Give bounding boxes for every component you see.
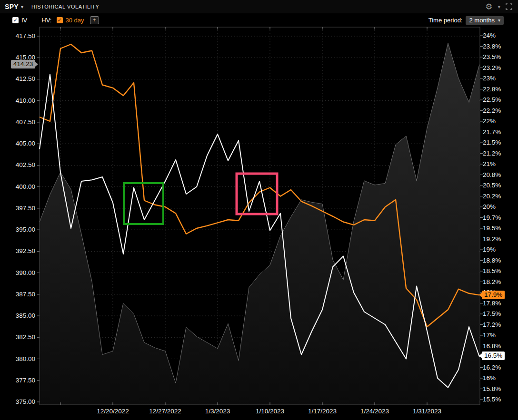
percent-axis-label: 21.2% — [483, 150, 501, 157]
percent-axis-label: 20% — [483, 203, 496, 211]
date-axis-label: 1/31/2023 — [403, 408, 451, 415]
price-axis-label: 417.50 — [6, 32, 35, 40]
percent-axis-label: 17.5% — [483, 310, 501, 318]
iv-value-bubble: 16.5% — [482, 352, 505, 360]
price-axis-label: 407.50 — [6, 118, 35, 126]
price-axis-label: 412.50 — [6, 75, 35, 83]
percent-axis-label: 22.2% — [483, 107, 501, 115]
price-axis-label: 377.50 — [6, 377, 35, 384]
percent-axis-label: 16% — [483, 374, 496, 382]
price-axis-label: 392.50 — [6, 247, 35, 255]
percent-axis-label: 17.8% — [483, 300, 501, 307]
percent-axis-label: 19.7% — [483, 214, 501, 222]
percent-axis-label: 16.2% — [483, 364, 501, 371]
price-axis-bubble: 414.23 — [11, 60, 35, 68]
percent-axis-label: 22.8% — [483, 86, 501, 93]
date-axis-label: 12/20/2022 — [89, 408, 137, 415]
bubble-pointer-icon — [479, 353, 482, 358]
percent-axis-label: 18.5% — [483, 267, 501, 275]
price-axis-label: 405.00 — [6, 140, 35, 147]
percent-axis-label: 19% — [483, 246, 496, 254]
percent-axis-label: 17.2% — [483, 321, 501, 329]
price-axis-label: 400.00 — [6, 183, 35, 191]
percent-axis-label: 16.8% — [483, 342, 501, 350]
percent-axis-label: 22% — [483, 117, 496, 125]
percent-axis-label: 24% — [483, 32, 496, 39]
hv-value-bubble: 17.9% — [482, 291, 505, 299]
price-axis-label: 390.00 — [6, 269, 35, 277]
price-axis-label: 380.00 — [6, 355, 35, 363]
price-axis-label: 382.50 — [6, 333, 35, 341]
price-area[interactable] — [40, 43, 479, 405]
percent-axis-label: 20.8% — [483, 171, 501, 179]
percent-axis-label: 18.8% — [483, 257, 501, 264]
date-axis-label: 1/17/2023 — [299, 408, 346, 415]
percent-axis-label: 19.2% — [483, 235, 501, 243]
percent-axis-label: 21.7% — [483, 128, 501, 136]
chart-canvas[interactable]: 417.50415.00412.50410.00407.50405.00402.… — [0, 0, 518, 420]
percent-axis-label: 20.2% — [483, 193, 501, 200]
percent-axis-label: 23.2% — [483, 64, 501, 72]
chart-window: SPY ▾ HISTORICAL VOLATILITY ⚙ ▾ ✓ IV HV:… — [0, 0, 518, 420]
percent-axis-label: 23.5% — [483, 53, 501, 61]
bubble-pointer-icon — [35, 62, 38, 67]
plot-svg — [0, 0, 518, 420]
percent-axis-label: 23% — [483, 75, 496, 82]
price-axis-label: 395.00 — [6, 226, 35, 234]
percent-axis-label: 23.8% — [483, 43, 501, 50]
date-axis-label: 1/3/2023 — [194, 408, 241, 415]
percent-axis-label: 15.8% — [483, 385, 501, 393]
price-axis-label: 387.50 — [6, 291, 35, 298]
price-axis-label: 410.00 — [6, 97, 35, 105]
date-axis-label: 1/10/2023 — [246, 408, 294, 415]
percent-axis-label: 20.5% — [483, 182, 501, 189]
price-axis-label: 385.00 — [6, 312, 35, 320]
price-axis-label: 402.50 — [6, 161, 35, 169]
price-axis-label: 397.50 — [6, 205, 35, 212]
percent-axis-label: 19.5% — [483, 225, 501, 232]
percent-axis-label: 17% — [483, 332, 496, 339]
percent-axis-label: 15.5% — [483, 396, 501, 403]
percent-axis-label: 21% — [483, 160, 496, 168]
bubble-pointer-icon — [479, 293, 482, 297]
date-axis-label: 1/24/2023 — [351, 408, 398, 415]
percent-axis-label: 18.2% — [483, 278, 501, 286]
percent-axis-label: 22.5% — [483, 96, 501, 104]
date-axis-label: 12/27/2022 — [141, 408, 189, 415]
percent-axis-label: 21.5% — [483, 139, 501, 147]
price-axis-label: 375.00 — [6, 398, 35, 406]
